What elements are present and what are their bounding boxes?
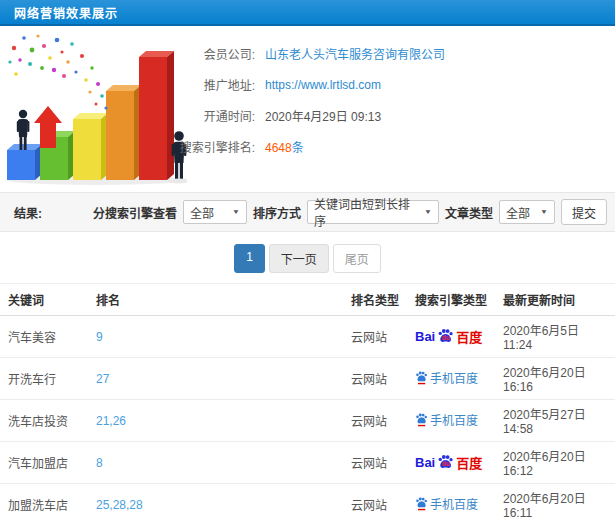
sort-filter-label: 排序方式 bbox=[253, 204, 301, 221]
next-page-button[interactable]: 下一页 bbox=[269, 244, 329, 273]
filter-bar: 结果: 分搜索引擎查看 全部 ▼ 排序方式 关键词由短到长排序 ▼ 文章类型 全… bbox=[0, 192, 615, 232]
page-button-1[interactable]: 1 bbox=[234, 244, 265, 273]
baidu-paw-icon: du bbox=[437, 327, 454, 346]
table-row: 汽车加盟店 8 云网站 Bai du 百度 bbox=[0, 442, 615, 484]
rank-link[interactable]: 27 bbox=[96, 372, 109, 386]
mobile-baidu-paw-icon bbox=[415, 412, 428, 427]
mobile-baidu-icon: 手机百度 bbox=[415, 411, 478, 428]
engine-rank-count: 4648 bbox=[265, 141, 292, 155]
info-row-company: 会员公司: 山东老人头汽车服务咨询有限公司 bbox=[155, 38, 615, 69]
engine-cell: Bai du 百度 手机百度 bbox=[407, 442, 495, 484]
column-header-engine: 搜索引擎类型 bbox=[407, 284, 495, 316]
rank-type-cell: 云网站 bbox=[343, 358, 407, 400]
column-header-rank: 排名 bbox=[88, 284, 343, 316]
confetti-dots bbox=[8, 34, 107, 109]
info-row-open-time: 开通时间: 2020年4月29日 09:13 bbox=[155, 100, 615, 131]
chevron-down-icon: ▼ bbox=[424, 208, 432, 215]
engine-filter-select[interactable]: 全部 ▼ bbox=[183, 200, 247, 224]
rank-type-cell: 云网站 bbox=[343, 442, 407, 484]
article-type-value: 全部 bbox=[506, 204, 530, 221]
keyword-cell: 汽车美容 bbox=[0, 316, 88, 358]
updated-cell: 2020年6月20日 16:11 bbox=[495, 484, 615, 520]
updated-cell: 2020年6月5日 11:24 bbox=[495, 316, 615, 358]
updated-cell: 2020年5月27日 14:58 bbox=[495, 400, 615, 442]
engine-rank-label: 搜索引擎排名: bbox=[155, 138, 255, 155]
engine-cell: Bai du 百度 手机百度 bbox=[407, 484, 495, 520]
rank-cell: 27 bbox=[88, 358, 343, 400]
keyword-cell: 汽车加盟店 bbox=[0, 442, 88, 484]
rank-cell: 8 bbox=[88, 442, 343, 484]
rank-link[interactable]: 21,26 bbox=[96, 414, 126, 428]
table-row: 汽车美容 9 云网站 Bai du 百度 bbox=[0, 316, 615, 358]
baidu-logo: Bai du 百度 bbox=[415, 453, 482, 472]
keyword-cell: 加盟洗车店 bbox=[0, 484, 88, 520]
table-row: 洗车店投资 21,26 云网站 Bai du 百度 bbox=[0, 400, 615, 442]
article-type-label: 文章类型 bbox=[445, 204, 493, 221]
svg-text:du: du bbox=[442, 334, 450, 341]
submit-button[interactable]: 提交 bbox=[561, 199, 607, 225]
engine-cell: Bai du 百度 手机百度 bbox=[407, 358, 495, 400]
article-type-select[interactable]: 全部 ▼ bbox=[499, 200, 555, 224]
updated-cell: 2020年6月20日 16:12 bbox=[495, 442, 615, 484]
info-row-engine-rank: 搜索引擎排名: 4648条 bbox=[155, 131, 615, 162]
column-header-rank-type: 排名类型 bbox=[343, 284, 407, 316]
mobile-baidu-icon: 手机百度 bbox=[415, 495, 478, 512]
updated-cell: 2020年6月20日 16:16 bbox=[495, 358, 615, 400]
chevron-down-icon: ▼ bbox=[232, 208, 240, 215]
engine-filter-value: 全部 bbox=[190, 204, 214, 221]
businessman-left bbox=[17, 110, 30, 150]
filter-controls: 分搜索引擎查看 全部 ▼ 排序方式 关键词由短到长排序 ▼ 文章类型 全部 ▼ … bbox=[93, 199, 607, 225]
open-time-value: 2020年4月29日 09:13 bbox=[265, 107, 381, 124]
bar-yellow bbox=[73, 113, 108, 180]
sort-filter-select[interactable]: 关键词由短到长排序 ▼ bbox=[307, 200, 439, 224]
rank-cell: 9 bbox=[88, 316, 343, 358]
keyword-cell: 洗车店投资 bbox=[0, 400, 88, 442]
results-label: 结果: bbox=[14, 204, 42, 221]
pagination: 1 下一页 尾页 bbox=[0, 244, 615, 273]
rank-link[interactable]: 8 bbox=[96, 456, 103, 470]
column-header-keyword: 关键词 bbox=[0, 284, 88, 316]
rank-link[interactable]: 25,28,28 bbox=[96, 498, 143, 512]
baidu-paw-icon: du bbox=[437, 453, 454, 472]
open-time-label: 开通时间: bbox=[155, 107, 255, 124]
promo-url-link[interactable]: https://www.lrtlsd.com bbox=[265, 78, 381, 92]
engine-rank-unit: 条 bbox=[292, 141, 304, 155]
rank-type-cell: 云网站 bbox=[343, 484, 407, 520]
page-title: 网络营销效果展示 bbox=[0, 4, 118, 21]
engine-cell: Bai du 百度 手机百度 bbox=[407, 400, 495, 442]
last-page-button[interactable]: 尾页 bbox=[333, 244, 381, 273]
mobile-baidu-icon: 手机百度 bbox=[415, 369, 478, 386]
chevron-down-icon: ▼ bbox=[540, 208, 548, 215]
column-header-updated: 最新更新时间 bbox=[495, 284, 615, 316]
engine-cell: Bai du 百度 手机百度 bbox=[407, 316, 495, 358]
mobile-baidu-paw-icon bbox=[415, 496, 428, 511]
table-row: 开洗车行 27 云网站 Bai du 百度 bbox=[0, 358, 615, 400]
keyword-rank-table: 关键词 排名 排名类型 搜索引擎类型 最新更新时间 汽车美容 9 云网站 Bai… bbox=[0, 283, 615, 520]
mobile-baidu-paw-icon bbox=[415, 370, 428, 385]
keyword-cell: 开洗车行 bbox=[0, 358, 88, 400]
rank-link[interactable]: 9 bbox=[96, 330, 103, 344]
table-header-row: 关键词 排名 排名类型 搜索引擎类型 最新更新时间 bbox=[0, 284, 615, 316]
rank-cell: 25,28,28 bbox=[88, 484, 343, 520]
baidu-logo: Bai du 百度 bbox=[415, 327, 482, 346]
member-company-label: 会员公司: bbox=[155, 45, 255, 62]
member-company-link[interactable]: 山东老人头汽车服务咨询有限公司 bbox=[265, 45, 445, 62]
bar-orange bbox=[106, 85, 141, 180]
promo-url-label: 推广地址: bbox=[155, 76, 255, 93]
info-row-url: 推广地址: https://www.lrtlsd.com bbox=[155, 69, 615, 100]
svg-text:du: du bbox=[442, 460, 450, 467]
app-header: 网络营销效果展示 bbox=[0, 0, 615, 26]
engine-filter-label: 分搜索引擎查看 bbox=[93, 204, 177, 221]
info-section: 会员公司: 山东老人头汽车服务咨询有限公司 推广地址: https://www.… bbox=[0, 26, 615, 192]
member-info-list: 会员公司: 山东老人头汽车服务咨询有限公司 推广地址: https://www.… bbox=[155, 26, 615, 192]
rank-type-cell: 云网站 bbox=[343, 316, 407, 358]
rank-type-cell: 云网站 bbox=[343, 400, 407, 442]
rank-cell: 21,26 bbox=[88, 400, 343, 442]
page: { "colors": { "header_bg": "#0680cf", "l… bbox=[0, 0, 615, 520]
sort-filter-value: 关键词由短到长排序 bbox=[314, 195, 418, 229]
table-row: 加盟洗车店 25,28,28 云网站 Bai du 百度 bbox=[0, 484, 615, 520]
